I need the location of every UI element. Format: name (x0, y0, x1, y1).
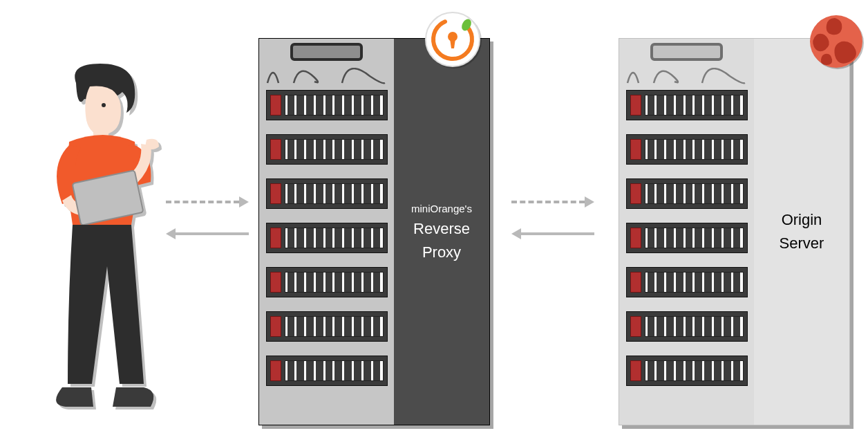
drive-bay (626, 134, 748, 165)
drive-bay (266, 223, 388, 253)
arrow-user-to-proxy (166, 197, 249, 207)
origin-label-2: Server (780, 234, 824, 252)
drive-bay (626, 356, 748, 386)
miniorange-lock-icon (425, 12, 480, 67)
proxy-label-1: Reverse (413, 220, 470, 238)
arrow-origin-to-proxy (511, 229, 594, 239)
drive-bay (626, 311, 748, 342)
rack-front (259, 39, 394, 425)
rack-cables (266, 68, 388, 84)
drive-bay (266, 356, 388, 386)
drive-bay (626, 178, 748, 209)
rack-handle (650, 43, 723, 61)
proxy-label-2: Proxy (422, 243, 461, 261)
drive-bay (626, 90, 748, 120)
origin-server: Origin Server (619, 38, 850, 425)
proxy-label-pre: miniOrange's (411, 203, 472, 214)
reverse-proxy-diagram: miniOrange's Reverse Proxy Or (0, 0, 868, 433)
arrow-proxy-to-user (166, 229, 249, 239)
arrows-user-proxy (166, 197, 249, 239)
rack-front (619, 39, 754, 425)
drive-bay (266, 134, 388, 165)
globe-icon (809, 14, 864, 69)
reverse-proxy-server: miniOrange's Reverse Proxy (258, 38, 490, 425)
rack-handle (290, 43, 363, 61)
drive-bay (266, 267, 388, 297)
svg-point-0 (102, 103, 106, 107)
drive-bay (266, 178, 388, 209)
rack-label-panel: miniOrange's Reverse Proxy (394, 39, 489, 425)
drive-bay (266, 311, 388, 342)
user-illustration (28, 62, 166, 422)
rack-label-panel: Origin Server (754, 39, 849, 425)
arrows-proxy-origin (511, 197, 594, 239)
drive-bay (626, 267, 748, 297)
origin-label-1: Origin (782, 211, 822, 229)
drive-bay (626, 223, 748, 253)
rack-cables (626, 68, 748, 84)
drive-bay (266, 90, 388, 120)
arrow-proxy-to-origin (511, 197, 594, 207)
